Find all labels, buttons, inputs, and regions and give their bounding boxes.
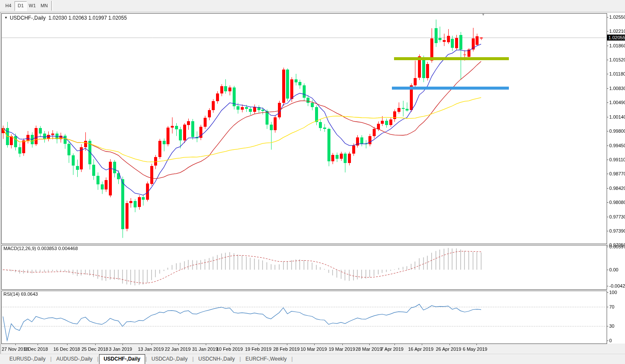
- date-axis-label: 19 Mar 2019: [329, 347, 355, 352]
- tab-eurchf[interactable]: EURCHF-,Weekly: [241, 354, 291, 364]
- date-axis-label: 6 Dec 2018: [24, 347, 48, 352]
- tab-eurusd[interactable]: EURUSD-,Daily: [5, 354, 50, 364]
- price-axis-label: 0.99450: [609, 143, 625, 148]
- chart-tab-bar: EURUSD-,Daily|AUDUSD-,Daily|USDCHF-,Dail…: [0, 354, 625, 364]
- price-axis-label: 1.01520: [609, 57, 625, 62]
- timeframe-toolbar: H4D1W1MN: [0, 0, 625, 12]
- tab-separator: |: [192, 354, 193, 362]
- timeframe-button-d1[interactable]: D1: [15, 1, 27, 11]
- price-axis-label: 0.97390: [609, 228, 625, 233]
- toolbar-separator: [51, 1, 53, 11]
- date-axis-label: 7 Apr 2019: [381, 347, 403, 352]
- chart-header[interactable]: ▼USDCHF-,Daily 1.02030 1.02063 1.01997 1…: [4, 15, 127, 21]
- tab-separator: |: [97, 354, 99, 362]
- date-axis-label: 10 Mar 2019: [301, 347, 327, 352]
- tab-separator: |: [146, 354, 147, 362]
- rsi-axis-label: 70: [609, 304, 614, 309]
- date-axis-label: 31 Jan 2019: [192, 347, 218, 352]
- date-axis-label: 25 Dec 2018: [82, 347, 108, 352]
- chart-tabs: EURUSD-,Daily|AUDUSD-,Daily|USDCHF-,Dail…: [5, 354, 293, 364]
- date-axis-label: 19 Feb 2019: [245, 347, 272, 352]
- price-axis-label: 0.99110: [609, 157, 625, 162]
- date-axis-label: 28 Feb 2019: [273, 347, 300, 352]
- rsi-axis-label: 100: [609, 290, 617, 295]
- timeframe-button-mn[interactable]: MN: [38, 1, 50, 10]
- date-axis-label: 10 Feb 2019: [216, 347, 243, 352]
- date-axis-label: 22 Jan 2019: [165, 347, 191, 352]
- price-axis-label: 0.99800: [609, 128, 625, 134]
- price-axis-label: 0.98770: [609, 171, 625, 176]
- tab-usdcnh[interactable]: USDCNH-,Daily: [194, 354, 239, 364]
- tab-separator: |: [292, 354, 293, 362]
- date-axis-label: 16 Apr 2019: [408, 347, 433, 352]
- ohlc-values: 1.02030 1.02063 1.01997 1.02055: [49, 15, 127, 21]
- symbol-dropdown-icon[interactable]: ▼: [4, 16, 8, 20]
- price-axis-label: 1.02550: [609, 15, 625, 20]
- macd-axis-label: -0.004243: [609, 283, 625, 288]
- rsi-axis-label: 0: [609, 338, 612, 343]
- rsi-axis-label: 30: [609, 323, 614, 329]
- date-axis-label: 26 Apr 2019: [436, 347, 461, 352]
- tab-usdchf[interactable]: USDCHF-,Daily: [99, 354, 145, 364]
- price-axis-label: 0.98420: [609, 186, 625, 191]
- date-axis-label: 3 Jan 2019: [109, 347, 132, 352]
- date-axis-label: 16 Dec 2018: [53, 347, 80, 352]
- price-axis-label: 1.01860: [609, 43, 625, 48]
- date-axis-label: 6 May 2019: [463, 347, 487, 352]
- date-axis-label: 28 Mar 2019: [356, 347, 382, 352]
- macd-axis-label: 0.00: [609, 267, 618, 272]
- mt4-chart-window: H4D1W1MN ▼USDCHF-,Daily 1.02030 1.02063 …: [0, 0, 625, 364]
- tab-separator: |: [239, 354, 241, 362]
- symbol-title: USDCHF-,Daily: [10, 15, 46, 21]
- tab-usdcad[interactable]: USDCAD-,Daily: [147, 354, 192, 364]
- current-price-badge: 1.02055: [607, 35, 625, 41]
- price-axis-label: 1.00490: [609, 100, 625, 105]
- price-axis-label: 1.02210: [609, 29, 625, 34]
- date-axis-label: 13 Jan 2019: [138, 347, 164, 352]
- price-axis-label: 0.98080: [609, 200, 625, 205]
- chart-canvas[interactable]: [0, 0, 625, 364]
- tab-separator: |: [50, 354, 52, 362]
- macd-label: MACD(12,26,9) 0.003853 0.004468: [3, 246, 78, 251]
- rsi-label: RSI(14) 69.0643: [3, 291, 38, 297]
- timeframe-button-h4[interactable]: H4: [3, 1, 14, 10]
- macd-axis-label: 0.00597: [609, 244, 625, 249]
- price-axis-label: 0.97730: [609, 214, 625, 219]
- tab-audusd[interactable]: AUDUSD-,Daily: [52, 354, 97, 364]
- price-axis-label: 1.00140: [609, 114, 625, 119]
- timeframe-button-w1[interactable]: W1: [26, 1, 38, 10]
- price-axis-label: 1.01180: [609, 71, 625, 76]
- price-axis-label: 1.00830: [609, 86, 625, 91]
- chart-shift-icon[interactable]: ▼: [482, 13, 485, 17]
